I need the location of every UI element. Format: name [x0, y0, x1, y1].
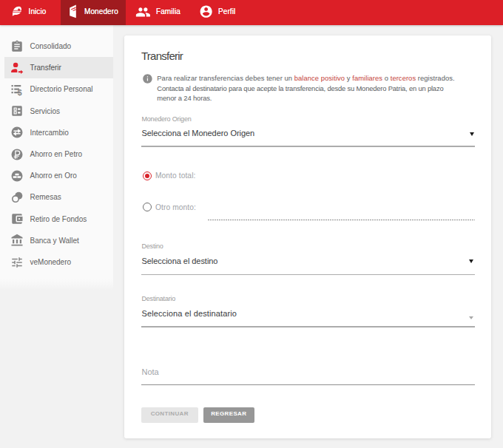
svg-text:$: $ [18, 88, 22, 96]
